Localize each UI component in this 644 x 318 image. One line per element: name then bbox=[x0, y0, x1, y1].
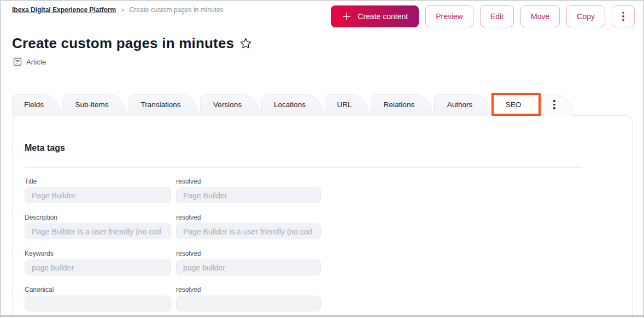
keywords-label: Keywords bbox=[25, 250, 171, 257]
title-row: Create custom pages in minutes bbox=[12, 35, 252, 52]
meta-field-row-description: Description resolved bbox=[25, 214, 620, 239]
window-bottom-edge bbox=[0, 315, 644, 317]
title-input[interactable] bbox=[25, 187, 171, 203]
title-label: Title bbox=[25, 178, 171, 185]
star-outline-icon[interactable] bbox=[239, 37, 252, 50]
description-label: Description bbox=[25, 214, 171, 221]
tab-locations[interactable]: Locations bbox=[261, 94, 324, 116]
breadcrumb-current: Create custom pages in minutes bbox=[130, 6, 224, 14]
section-title: Meta tags bbox=[25, 143, 620, 153]
create-content-button[interactable]: Create content bbox=[331, 5, 419, 27]
meta-field-row-canonical: Canonical resolved bbox=[25, 286, 620, 311]
move-button[interactable]: Move bbox=[520, 5, 560, 27]
more-actions-button[interactable] bbox=[612, 5, 635, 27]
tab-fields[interactable]: Fields bbox=[12, 94, 61, 116]
toolbar: Create content Preview Edit Move Copy bbox=[331, 5, 635, 27]
canonical-label: Canonical bbox=[25, 286, 171, 293]
keywords-resolved-input[interactable] bbox=[176, 260, 321, 275]
breadcrumb-root-link[interactable]: Ibexa Digital Experience Platform bbox=[12, 6, 116, 14]
keywords-input[interactable] bbox=[25, 260, 171, 275]
article-document-icon bbox=[13, 57, 22, 66]
resolved-label: resolved bbox=[176, 286, 321, 293]
meta-tags-form: Title resolved Description resolved bbox=[25, 178, 620, 311]
canonical-input[interactable] bbox=[25, 296, 171, 311]
kebab-vertical-icon bbox=[553, 100, 555, 109]
canonical-resolved-input[interactable] bbox=[176, 296, 321, 311]
preview-button[interactable]: Preview bbox=[425, 5, 473, 27]
page-title: Create custom pages in minutes bbox=[12, 35, 234, 52]
tab-relations[interactable]: Relations bbox=[371, 94, 433, 116]
tab-sub-items[interactable]: Sub-items bbox=[62, 94, 127, 116]
tab-bar: Fields Sub-items Translations Versions L… bbox=[12, 94, 574, 116]
edit-button[interactable]: Edit bbox=[480, 5, 514, 27]
tab-seo-label: SEO bbox=[506, 101, 522, 109]
resolved-label: resolved bbox=[176, 178, 321, 185]
app-window: Ibexa Digital Experience Platform > Crea… bbox=[0, 0, 644, 318]
meta-field-row-title: Title resolved bbox=[25, 178, 620, 203]
tab-translations[interactable]: Translations bbox=[128, 94, 199, 116]
resolved-label: resolved bbox=[176, 214, 321, 221]
title-resolved-input[interactable] bbox=[176, 187, 321, 203]
meta-field-row-keywords: Keywords resolved bbox=[25, 250, 620, 275]
content-type-label: Article bbox=[26, 58, 46, 66]
plus-icon bbox=[342, 11, 352, 21]
tab-url[interactable]: URL bbox=[325, 94, 370, 116]
seo-panel: Meta tags Title resolved Description bbox=[12, 115, 633, 318]
description-resolved-input[interactable] bbox=[176, 223, 321, 239]
breadcrumb-separator: > bbox=[121, 7, 124, 13]
copy-button[interactable]: Copy bbox=[566, 5, 605, 27]
content-type-row: Article bbox=[13, 57, 46, 66]
tab-seo[interactable]: SEO bbox=[492, 94, 540, 116]
resolved-label: resolved bbox=[176, 250, 321, 257]
tab-authors[interactable]: Authors bbox=[434, 94, 491, 116]
kebab-vertical-icon bbox=[622, 12, 624, 21]
description-input[interactable] bbox=[25, 223, 171, 239]
tab-versions[interactable]: Versions bbox=[200, 94, 260, 116]
create-content-label: Create content bbox=[358, 12, 408, 21]
tab-more-button[interactable] bbox=[541, 94, 573, 116]
breadcrumb: Ibexa Digital Experience Platform > Crea… bbox=[12, 6, 224, 14]
section-divider bbox=[25, 167, 582, 168]
